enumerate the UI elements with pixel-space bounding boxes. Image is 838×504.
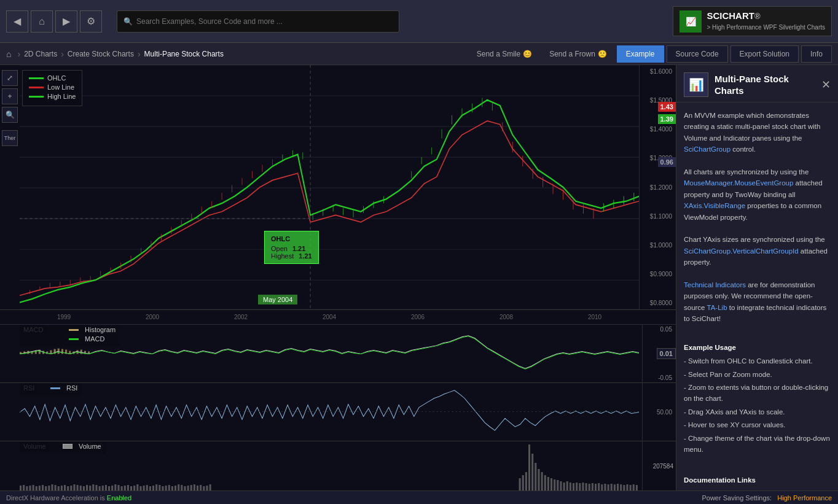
svg-rect-115: [99, 486, 101, 490]
svg-rect-90: [20, 486, 22, 490]
volume-pane: Volume Volume ✕ ▼: [0, 441, 676, 490]
breadcrumb-2d-charts[interactable]: 2D Charts: [24, 50, 57, 58]
svg-rect-121: [117, 485, 119, 490]
theme-button[interactable]: Ther: [2, 130, 18, 146]
svg-rect-135: [162, 486, 163, 490]
x-label-2006: 2006: [411, 314, 425, 320]
info-intro: An MVVM example which demonstrates creat…: [684, 110, 831, 155]
svg-rect-160: [547, 477, 549, 490]
info-body: An MVVM example which demonstrates creat…: [676, 103, 838, 490]
status-prefix: DirectX Hardware Acceleration is: [6, 494, 105, 502]
svg-rect-149: [206, 486, 208, 490]
export-tab[interactable]: Export Solution: [730, 45, 799, 63]
svg-rect-109: [80, 486, 82, 490]
x-label-1999: 1999: [57, 314, 71, 320]
mouse-manager-link[interactable]: MouseManager.MouseEventGroup: [684, 179, 793, 187]
svg-rect-124: [127, 485, 129, 490]
info-title: Multi-Pane Stock Charts: [715, 73, 789, 97]
zoom-in-button[interactable]: +: [2, 88, 18, 104]
bullet-3: - Zoom to extents via button or double-c…: [684, 382, 831, 405]
xaxis-link[interactable]: XAxis.VisibleRange: [684, 202, 745, 209]
source-code-tab[interactable]: Source Code: [667, 45, 728, 63]
price-chart[interactable]: OHLC Low Line High Line: [0, 65, 676, 310]
svg-rect-157: [538, 469, 539, 490]
zoom-out-button[interactable]: 🔍: [2, 107, 18, 123]
svg-rect-116: [102, 486, 104, 490]
svg-rect-114: [95, 485, 97, 490]
example-tab[interactable]: Example: [617, 45, 664, 63]
macd-legend-macd: MACD: [69, 335, 116, 343]
info-chart-icon: 📊: [684, 72, 708, 97]
svg-rect-166: [566, 481, 568, 490]
svg-rect-80: [58, 349, 60, 354]
svg-rect-102: [58, 486, 60, 490]
svg-rect-174: [592, 483, 593, 490]
scichart-group-link[interactable]: SciChartGroup: [684, 145, 730, 153]
svg-rect-108: [77, 485, 79, 490]
breadcrumb-sep-2: ›: [61, 49, 64, 59]
svg-rect-140: [178, 484, 179, 490]
chart-legend: OHLC Low Line High Line: [22, 70, 82, 106]
back-button[interactable]: ◀: [6, 10, 28, 33]
chart-controls: ⤢ + 🔍 Ther: [0, 65, 20, 146]
info-para3: Chart YAxis sizes are synchronized using…: [684, 234, 831, 268]
create-multipane-link[interactable]: - Create MultiPane Stock Charts with Sci…: [684, 490, 800, 490]
svg-rect-184: [623, 485, 625, 490]
send-smile-button[interactable]: Send a Smile 😊: [469, 47, 539, 61]
info-tab[interactable]: Info: [801, 45, 832, 63]
svg-rect-151: [519, 478, 521, 490]
svg-rect-139: [174, 486, 176, 490]
ta-lib-link[interactable]: TA-Lib: [707, 304, 727, 311]
svg-rect-182: [617, 484, 619, 490]
bullet-6: - Change theme of the chart via the drop…: [684, 433, 831, 456]
send-frown-button[interactable]: Send a Frown 🙁: [542, 47, 614, 61]
settings-button[interactable]: ⚙: [80, 10, 102, 33]
svg-rect-153: [525, 472, 527, 490]
svg-rect-161: [550, 478, 552, 490]
logo-icon: 📈: [679, 10, 702, 33]
svg-rect-105: [67, 486, 69, 490]
status-bar: DirectX Hardware Acceleration is Enabled…: [0, 490, 838, 504]
svg-rect-179: [608, 484, 609, 490]
info-close-button[interactable]: ✕: [821, 78, 831, 91]
power-settings: Power Saving Settings: High Performance: [702, 494, 832, 502]
svg-rect-117: [105, 485, 107, 490]
zoom-extents-button[interactable]: ⤢: [2, 70, 18, 86]
svg-rect-142: [184, 486, 186, 490]
svg-rect-123: [124, 486, 126, 490]
rsi-legend: RSI: [20, 383, 82, 396]
breadcrumb-home[interactable]: ⌂: [6, 49, 14, 59]
svg-rect-155: [531, 454, 533, 490]
breadcrumb-create-stock-charts[interactable]: Create Stock Charts: [68, 50, 134, 58]
svg-rect-183: [620, 484, 622, 490]
example-usage-title: Example Usage: [684, 342, 831, 353]
svg-rect-111: [86, 485, 88, 490]
doc-links-title: Documentation Links: [684, 475, 831, 486]
svg-rect-185: [626, 484, 628, 490]
home-button[interactable]: ⌂: [31, 10, 53, 33]
power-value: High Performance: [777, 494, 832, 502]
x-label-2008: 2008: [499, 314, 513, 320]
svg-rect-137: [168, 485, 170, 490]
info-panel: 📊 Multi-Pane Stock Charts ✕ An MVVM exam…: [676, 65, 838, 490]
x-label-2002: 2002: [234, 314, 248, 320]
search-input[interactable]: [136, 17, 393, 26]
legend-low-line: Low Line: [29, 83, 76, 91]
svg-rect-92: [26, 486, 28, 490]
info-header: 📊 Multi-Pane Stock Charts ✕: [676, 65, 838, 103]
scichart-group-id-link[interactable]: SciChartGroup.VerticalChartGroupId: [684, 247, 799, 255]
x-labels: 1999 2000 2002 2004 2006 2008 2010: [20, 314, 676, 320]
svg-rect-178: [604, 484, 606, 490]
info-para2: All charts are synchronized by using the…: [684, 166, 831, 223]
svg-rect-93: [29, 486, 31, 490]
x-axis: 1999 2000 2002 2004 2006 2008 2010: [0, 310, 676, 325]
svg-rect-147: [200, 485, 202, 490]
legend-ohlc: OHLC: [29, 74, 76, 82]
forward-button[interactable]: ▶: [55, 10, 77, 33]
svg-rect-176: [598, 483, 600, 490]
macd-value-badge: 0.01: [657, 348, 676, 359]
technical-indicators-link[interactable]: Technical Indicators: [684, 281, 746, 289]
svg-rect-188: [636, 485, 638, 490]
svg-rect-162: [554, 479, 555, 490]
svg-rect-107: [73, 484, 75, 490]
